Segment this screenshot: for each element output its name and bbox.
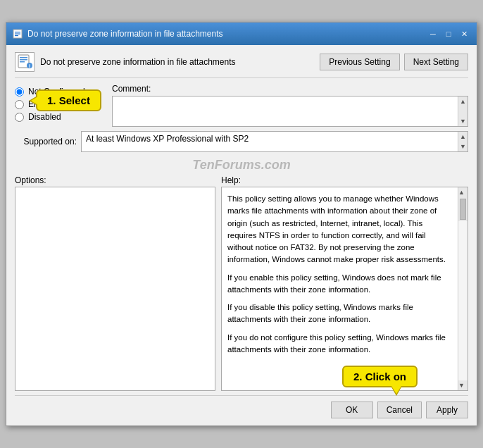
help-header: Help:: [221, 175, 468, 185]
help-scrollbar: ▲ ▼: [458, 187, 468, 390]
help-label: Help:: [221, 175, 241, 185]
radio-disabled[interactable]: [15, 113, 24, 122]
balloon-select-text: 1. Select: [47, 94, 90, 106]
help-scroll-thumb[interactable]: [460, 199, 466, 220]
header-row: i Do not preserve zone information in fi…: [15, 52, 468, 78]
dialog-body: i Do not preserve zone information in fi…: [6, 45, 477, 425]
svg-rect-6: [20, 59, 27, 61]
content-area: This policy setting allows you to manage…: [15, 187, 468, 391]
comment-scroll-up[interactable]: ▲: [460, 97, 466, 106]
supported-wrapper: At least Windows XP Professional with SP…: [81, 131, 468, 152]
supported-scroll-up[interactable]: ▲: [460, 132, 466, 142]
radio-comment-row: 1. Select Not Configured Enabled Disable…: [15, 84, 468, 127]
ok-button[interactable]: OK: [331, 402, 373, 418]
svg-rect-3: [15, 35, 18, 36]
comment-label: Comment:: [112, 84, 468, 94]
balloon-click-container: 2. Click on: [342, 366, 418, 387]
next-setting-button[interactable]: Next Setting: [404, 54, 468, 70]
header-buttons: Previous Setting Next Setting: [320, 54, 468, 70]
balloon-select-container: 1. Select: [36, 89, 101, 111]
help-p3: If you disable this policy setting, Wind…: [227, 301, 452, 326]
header-title: Do not preserve zone information in file…: [40, 57, 235, 67]
minimize-button[interactable]: ─: [426, 27, 440, 41]
policy-icon: i: [16, 54, 33, 70]
supported-scrollbar: ▲ ▼: [458, 132, 468, 151]
title-icon: [12, 28, 23, 39]
header-icon: i: [15, 52, 34, 72]
maximize-button[interactable]: □: [441, 27, 456, 41]
supported-row: Supported on: At least Windows XP Profes…: [15, 131, 468, 152]
header-left: i Do not preserve zone information in fi…: [15, 52, 235, 72]
help-scroll-up[interactable]: ▲: [458, 187, 468, 197]
radio-not-configured[interactable]: [15, 87, 24, 97]
help-inner: This policy setting allows you to manage…: [222, 187, 458, 390]
dialog-window: Do not preserve zone information in file…: [6, 22, 477, 426]
close-button[interactable]: ✕: [457, 27, 471, 41]
bottom-buttons: OK Cancel Apply: [15, 395, 468, 418]
radio-disabled-label[interactable]: Disabled: [15, 112, 106, 122]
svg-text:i: i: [29, 63, 30, 68]
title-bar: Do not preserve zone information in file…: [6, 23, 477, 45]
supported-value: At least Windows XP Professional with SP…: [82, 132, 458, 151]
help-p2: If you enable this policy setting, Windo…: [227, 272, 452, 297]
svg-rect-2: [15, 34, 20, 35]
help-scroll-down[interactable]: ▼: [458, 380, 468, 390]
previous-setting-button[interactable]: Previous Setting: [320, 54, 399, 70]
watermark: TenForums.com: [15, 156, 468, 175]
balloon-click: 2. Click on: [342, 366, 418, 387]
options-label: Options:: [15, 175, 46, 185]
options-header: Options:: [15, 175, 221, 185]
help-p4: If you do not configure this policy sett…: [227, 332, 452, 356]
cancel-button[interactable]: Cancel: [377, 402, 422, 418]
supported-label: Supported on:: [15, 137, 77, 147]
help-p1: This policy setting allows you to manage…: [227, 193, 452, 266]
balloon-click-text: 2. Click on: [353, 371, 406, 382]
comment-scrollbar: ▲ ▼: [458, 97, 468, 126]
comment-inner: [113, 97, 458, 126]
comment-wrapper: ▲ ▼: [112, 96, 468, 127]
radio-disabled-text: Disabled: [28, 112, 61, 122]
help-wrapper: This policy setting allows you to manage…: [221, 187, 468, 391]
options-box: [15, 187, 215, 391]
comment-section: Comment: ▲ ▼: [106, 84, 468, 127]
apply-button[interactable]: Apply: [426, 402, 468, 418]
supported-scroll-down[interactable]: ▼: [460, 142, 466, 151]
svg-rect-7: [20, 61, 25, 63]
radio-enabled[interactable]: [15, 100, 24, 109]
title-bar-left: Do not preserve zone information in file…: [12, 28, 222, 39]
svg-rect-1: [15, 32, 20, 32]
title-controls: ─ □ ✕: [426, 27, 471, 41]
balloon-select: 1. Select: [36, 89, 101, 111]
section-headers: Options: Help:: [15, 175, 468, 185]
title-text: Do not preserve zone information in file…: [27, 29, 222, 39]
svg-rect-5: [20, 57, 27, 58]
comment-scroll-down[interactable]: ▼: [460, 116, 466, 126]
